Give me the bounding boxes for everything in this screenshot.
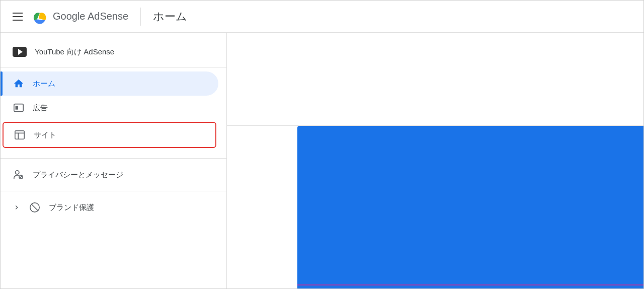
sidebar-item-ads-label: 広告 <box>33 103 48 113</box>
chevron-right-icon <box>13 203 21 211</box>
privacy-icon <box>13 169 25 181</box>
header-divider <box>140 8 141 26</box>
sidebar-item-home[interactable]: ホーム <box>1 71 218 96</box>
logo-area: Google AdSense <box>31 8 128 26</box>
sidebar-youtube-label: YouTube 向け AdSense <box>35 47 114 57</box>
sidebar-item-home-label: ホーム <box>33 79 55 89</box>
sidebar-item-ads[interactable]: 広告 <box>1 96 218 120</box>
hamburger-line-3 <box>13 20 23 21</box>
nav-divider-2 <box>1 191 226 191</box>
sidebar-item-sites-label: サイト <box>34 130 56 140</box>
main-layout: YouTube 向け AdSense ホーム <box>1 33 643 289</box>
sidebar-item-sites[interactable]: サイト <box>3 122 216 148</box>
svg-rect-2 <box>15 131 24 139</box>
sidebar: YouTube 向け AdSense ホーム <box>1 33 227 289</box>
blue-card <box>297 126 643 289</box>
sidebar-item-privacy[interactable]: プライバシーとメッセージ <box>1 163 226 187</box>
ads-icon <box>13 102 25 114</box>
adsense-logo-icon <box>31 8 49 26</box>
top-header: Google AdSense ホーム <box>1 1 643 33</box>
page-title: ホーム <box>153 9 187 24</box>
pink-line <box>297 284 643 285</box>
svg-line-7 <box>20 176 22 178</box>
sidebar-item-youtube[interactable]: YouTube 向け AdSense <box>1 37 226 67</box>
svg-line-9 <box>32 204 38 211</box>
nav-divider-1 <box>1 158 226 159</box>
svg-rect-1 <box>16 106 18 109</box>
sidebar-item-privacy-label: プライバシーとメッセージ <box>33 170 123 180</box>
content-top-area <box>227 33 643 126</box>
brand-protection-icon <box>29 201 41 213</box>
sidebar-item-brand-label: ブランド保護 <box>49 203 94 212</box>
home-icon <box>13 78 25 90</box>
youtube-icon <box>13 45 27 59</box>
sites-icon <box>14 129 26 141</box>
hamburger-line-1 <box>13 13 23 14</box>
sidebar-item-brand[interactable]: ブランド保護 <box>1 195 226 220</box>
svg-point-5 <box>16 171 19 174</box>
right-content <box>227 33 643 289</box>
menu-button[interactable] <box>9 9 27 25</box>
youtube-play-icon <box>13 47 27 57</box>
nav-items: ホーム 広告 <box>1 67 226 154</box>
hamburger-line-2 <box>13 16 23 17</box>
logo-text: Google AdSense <box>53 11 128 22</box>
